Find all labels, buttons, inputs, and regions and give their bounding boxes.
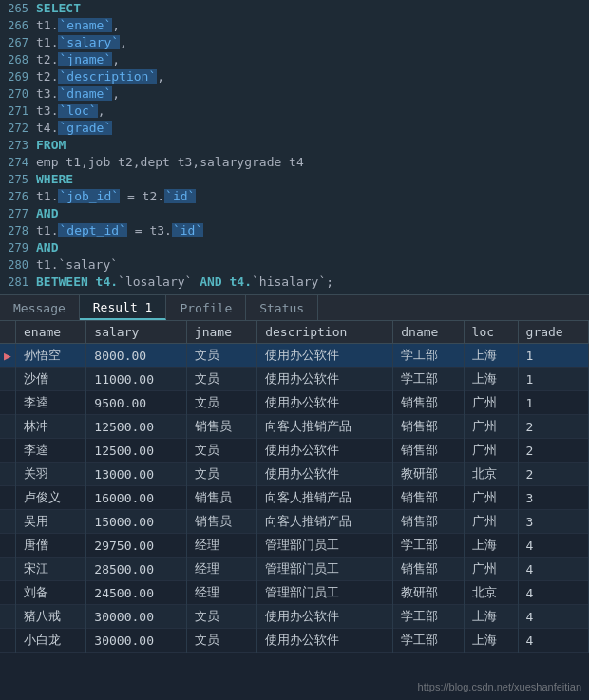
tabs-bar: MessageResult 1ProfileStatus: [0, 294, 589, 321]
cell-salary: 28500.00: [86, 558, 186, 581]
code-token: SELECT: [36, 1, 81, 15]
code-token: ,: [98, 104, 105, 118]
cell-loc: 北京: [464, 581, 518, 605]
cell-loc: 上海: [464, 368, 518, 391]
cell-grade: 4: [518, 605, 588, 629]
line-number: 269: [0, 68, 36, 85]
cell-salary: 9500.00: [86, 391, 186, 415]
results-area[interactable]: enamesalaryjnamedescriptiondnamelocgrade…: [0, 321, 589, 700]
table-row[interactable]: 吴用15000.00销售员向客人推销产品销售部广州3: [0, 510, 589, 534]
code-editor: 265SELECT266 t1.`ename`,267 t1.`salary`,…: [0, 0, 589, 294]
col-header-salary: salary: [86, 321, 186, 344]
code-token: t2.: [36, 69, 58, 84]
cell-grade: 4: [518, 534, 588, 558]
cell-salary: 15000.00: [86, 510, 186, 534]
cell-salary: 30000.00: [86, 605, 186, 629]
cell-loc: 广州: [464, 486, 518, 510]
line-number: 277: [0, 205, 36, 222]
code-token: AND: [36, 206, 58, 220]
col-indicator: [0, 321, 16, 344]
line-number: 268: [0, 51, 36, 68]
cell-jname: 经理: [186, 581, 256, 605]
cell-grade: 1: [518, 368, 588, 391]
cell-loc: 上海: [464, 605, 518, 629]
cell-ename: 林冲: [16, 415, 86, 439]
tab-profile[interactable]: Profile: [166, 295, 246, 320]
cell-description: 使用办公软件: [257, 344, 393, 368]
cell-description: 使用办公软件: [257, 391, 393, 415]
cell-jname: 销售员: [186, 415, 256, 439]
code-token: `ename`: [58, 18, 112, 32]
table-row[interactable]: 宋江28500.00经理管理部门员工销售部广州4: [0, 558, 589, 581]
cell-grade: 1: [518, 391, 588, 415]
row-indicator: [0, 510, 16, 534]
table-row[interactable]: 沙僧11000.00文员使用办公软件学工部上海1: [0, 368, 589, 391]
code-line: 273FROM: [0, 137, 589, 154]
row-indicator: [0, 629, 16, 653]
code-line: 281BETWEEN t4.`losalary` AND t4.`hisalar…: [0, 274, 589, 291]
table-row[interactable]: 李逵9500.00文员使用办公软件销售部广州1: [0, 391, 589, 415]
row-indicator: [0, 605, 16, 629]
table-row[interactable]: 关羽13000.00文员使用办公软件教研部北京2: [0, 463, 589, 486]
line-number: 279: [0, 239, 36, 256]
code-token: `loc`: [58, 104, 97, 118]
line-number: 265: [0, 0, 36, 17]
line-content: t3.`loc`,: [36, 103, 589, 120]
table-row[interactable]: ▶孙悟空8000.00文员使用办公软件学工部上海1: [0, 344, 589, 368]
cell-grade: 2: [518, 415, 588, 439]
line-content: AND: [36, 205, 589, 222]
cell-loc: 上海: [464, 344, 518, 368]
row-indicator: [0, 368, 16, 391]
col-header-dname: dname: [393, 321, 464, 344]
cell-dname: 销售部: [393, 391, 464, 415]
line-content: t4.`grade`: [36, 120, 589, 137]
row-indicator: [0, 439, 16, 463]
code-line: 276 t1.`job_id` = t2.`id`: [0, 188, 589, 205]
cell-grade: 2: [518, 463, 588, 486]
cell-jname: 文员: [186, 463, 256, 486]
code-token: `jname`: [58, 52, 112, 66]
table-row[interactable]: 林冲12500.00销售员向客人推销产品销售部广州2: [0, 415, 589, 439]
table-row[interactable]: 猪八戒30000.00文员使用办公软件学工部上海4: [0, 605, 589, 629]
row-indicator: [0, 415, 16, 439]
cell-description: 使用办公软件: [257, 439, 393, 463]
code-line: 275WHERE: [0, 171, 589, 188]
code-token: ,: [112, 18, 120, 32]
cell-description: 使用办公软件: [257, 629, 393, 653]
cell-dname: 教研部: [393, 463, 464, 486]
line-content: t2.`description`,: [36, 68, 589, 85]
cell-dname: 销售部: [393, 486, 464, 510]
tab-message[interactable]: Message: [0, 295, 80, 320]
cell-ename: 小白龙: [16, 629, 86, 653]
table-row[interactable]: 李逵12500.00文员使用办公软件销售部广州2: [0, 439, 589, 463]
table-row[interactable]: 卢俊义16000.00销售员向客人推销产品销售部广州3: [0, 486, 589, 510]
cell-description: 向客人推销产品: [257, 486, 393, 510]
code-line: 271 t3.`loc`,: [0, 103, 589, 120]
col-header-jname: jname: [186, 321, 256, 344]
line-content: t1.`dept_id` = t3.`id`: [36, 222, 589, 239]
cell-grade: 3: [518, 486, 588, 510]
line-content: SELECT: [36, 0, 589, 17]
line-content: emp t1,job t2,dept t3,salarygrade t4: [36, 154, 589, 171]
table-row[interactable]: 小白龙30000.00文员使用办公软件学工部上海4: [0, 629, 589, 653]
cell-loc: 北京: [464, 463, 518, 486]
code-line: 266 t1.`ename`,: [0, 17, 589, 34]
tab-status[interactable]: Status: [246, 295, 318, 320]
row-indicator: [0, 581, 16, 605]
cell-salary: 30000.00: [86, 629, 186, 653]
tab-result-1[interactable]: Result 1: [80, 295, 167, 320]
table-row[interactable]: 刘备24500.00经理管理部门员工教研部北京4: [0, 581, 589, 605]
cell-grade: 4: [518, 581, 588, 605]
code-line: 268 t2.`jname`,: [0, 51, 589, 68]
code-token: t3.: [36, 86, 58, 101]
cell-loc: 上海: [464, 629, 518, 653]
code-token: ,: [112, 52, 120, 66]
cell-jname: 经理: [186, 558, 256, 581]
line-content: t3.`dname`,: [36, 85, 589, 103]
code-line: 277AND: [0, 205, 589, 222]
cell-grade: 2: [518, 439, 588, 463]
table-row[interactable]: 唐僧29750.00经理管理部门员工学工部上海4: [0, 534, 589, 558]
col-header-grade: grade: [518, 321, 588, 344]
cell-ename: 吴用: [16, 510, 86, 534]
cell-description: 向客人推销产品: [257, 415, 393, 439]
